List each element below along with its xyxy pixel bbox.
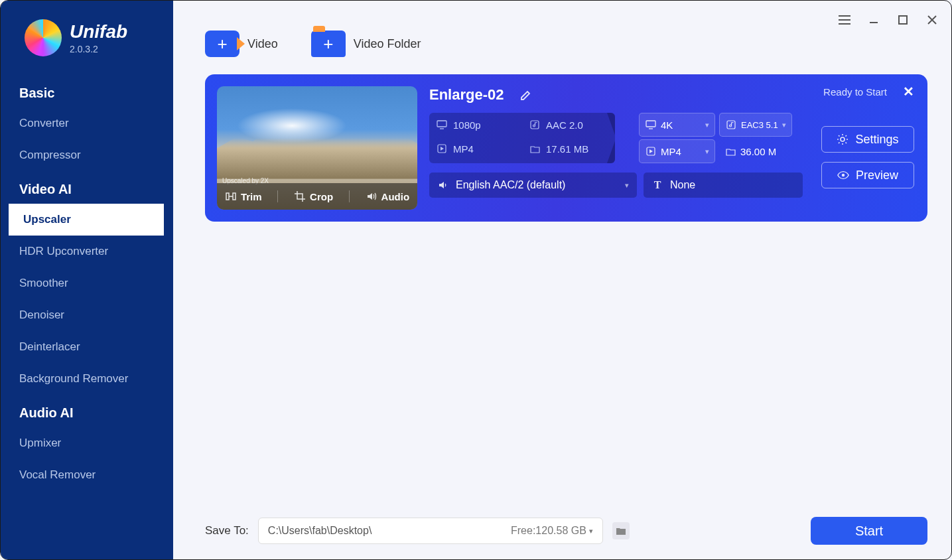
svg-rect-3 [437, 121, 446, 127]
sidebar-item-deinterlacer[interactable]: Deinterlacer [1, 331, 173, 363]
target-audio-select[interactable]: EAC3 5.1 ▾ [719, 113, 792, 137]
gear-icon [837, 133, 849, 145]
add-folder-label: Video Folder [354, 37, 421, 51]
text-icon: T [651, 179, 663, 191]
audio-track-select[interactable]: English AAC/2 (default) ▾ [429, 173, 637, 198]
menu-icon[interactable] [839, 14, 850, 26]
footer: Save To: C:\Users\fab\Desktop\ Free:120.… [205, 517, 927, 545]
target-container-select[interactable]: MP4 ▾ [639, 139, 715, 163]
free-space-dropdown[interactable]: Free:120.58 GB ▾ [511, 525, 593, 537]
app-name: Unifab [70, 21, 127, 42]
task-card: Ready to Start ✕ Upscaled by 2X Trim [205, 74, 927, 222]
sidebar-item-hdr-upconverter[interactable]: HDR Upconverter [1, 236, 173, 267]
preview-button[interactable]: Preview [821, 162, 914, 188]
target-specs: 4K ▾ EAC3 5.1 ▾ MP4 ▾ [639, 113, 792, 163]
target-size: 36.00 M [719, 139, 792, 163]
start-label: Start [855, 524, 883, 539]
save-path-value: C:\Users\fab\Desktop\ [268, 525, 511, 537]
browse-folder-button[interactable] [612, 522, 630, 539]
app-logo-icon [25, 19, 62, 56]
add-video-label: Video [247, 37, 278, 51]
trim-label: Trim [241, 191, 262, 202]
chevron-down-icon: ▾ [705, 121, 709, 129]
svg-point-9 [841, 137, 845, 141]
audio-button[interactable]: Audio [366, 190, 410, 202]
add-video-button[interactable]: + Video [205, 31, 278, 57]
preview-label: Preview [856, 169, 898, 182]
music-icon [725, 119, 737, 131]
sidebar-item-upmixer[interactable]: Upmixer [1, 427, 173, 459]
eye-icon [837, 169, 849, 181]
music-icon [529, 119, 541, 131]
sidebar-item-vocal-remover[interactable]: Vocal Remover [1, 459, 173, 491]
svg-rect-2 [233, 193, 236, 200]
task-title: Enlarge-02 [429, 86, 504, 104]
target-resolution-select[interactable]: 4K ▾ [639, 113, 715, 137]
audio-label: Audio [381, 191, 410, 202]
minimize-icon[interactable] [868, 14, 880, 26]
sidebar-item-upscaler[interactable]: Upscaler [5, 204, 164, 236]
maximize-icon[interactable] [897, 14, 909, 26]
window-controls [839, 14, 938, 26]
task-status: Ready to Start [823, 86, 887, 98]
source-specs: 1080p AAC 2.0 MP4 [429, 113, 615, 163]
sidebar: Unifab 2.0.3.2 Basic Converter Compresso… [1, 1, 173, 559]
sidebar-item-converter[interactable]: Converter [1, 107, 173, 139]
crop-button[interactable]: Crop [294, 190, 333, 202]
add-video-icon: + [205, 31, 239, 57]
sidebar-item-smoother[interactable]: Smoother [1, 267, 173, 299]
folder-icon [724, 145, 736, 157]
source-size: 17.61 MB [522, 137, 615, 161]
settings-button[interactable]: Settings [821, 126, 914, 153]
close-icon[interactable] [926, 14, 938, 26]
sidebar-item-denoiser[interactable]: Denoiser [1, 299, 173, 331]
source-audio: AAC 2.0 [522, 113, 615, 137]
monitor-icon [645, 119, 657, 131]
sidebar-group-basic: Basic [1, 75, 173, 107]
start-button[interactable]: Start [811, 517, 927, 545]
crop-label: Crop [310, 191, 333, 202]
separator [349, 190, 350, 202]
video-thumbnail: Upscaled by 2X Trim Crop [217, 86, 417, 210]
sidebar-group-audioai: Audio AI [1, 395, 173, 427]
chevron-down-icon: ▾ [589, 527, 593, 535]
add-folder-button[interactable]: + Video Folder [311, 31, 421, 57]
chevron-down-icon: ▾ [705, 147, 709, 156]
chevron-down-icon: ▾ [625, 181, 629, 190]
separator [277, 190, 278, 202]
source-container: MP4 [429, 137, 522, 161]
save-to-label: Save To: [205, 524, 249, 537]
save-path-field[interactable]: C:\Users\fab\Desktop\ Free:120.58 GB ▾ [258, 518, 603, 544]
main-area: + Video + Video Folder Ready to Start ✕ … [173, 1, 951, 559]
svg-point-10 [842, 174, 845, 177]
sidebar-item-background-remover[interactable]: Background Remover [1, 363, 173, 395]
sidebar-group-videoai: Video AI [1, 171, 173, 204]
subtitle-select[interactable]: T None [644, 173, 803, 198]
settings-label: Settings [855, 133, 898, 147]
source-resolution: 1080p [429, 113, 522, 137]
trim-button[interactable]: Trim [225, 190, 262, 202]
edit-title-icon[interactable] [520, 89, 532, 101]
logo-block: Unifab 2.0.3.2 [1, 19, 173, 75]
monitor-icon [436, 119, 448, 131]
folder-icon [529, 143, 541, 155]
crop-icon [294, 190, 306, 202]
add-folder-icon: + [311, 31, 346, 57]
sidebar-item-compressor[interactable]: Compressor [1, 139, 173, 171]
svg-rect-0 [899, 16, 907, 24]
trim-icon [225, 190, 237, 202]
speaker-icon [437, 179, 449, 191]
svg-rect-6 [646, 121, 655, 127]
play-file-icon [645, 145, 657, 157]
play-file-icon [436, 143, 448, 155]
app-version: 2.0.3.2 [70, 44, 127, 54]
svg-rect-1 [226, 193, 229, 200]
task-close-icon[interactable]: ✕ [903, 84, 914, 100]
chevron-down-icon: ▾ [782, 121, 786, 129]
speaker-icon [366, 190, 377, 202]
